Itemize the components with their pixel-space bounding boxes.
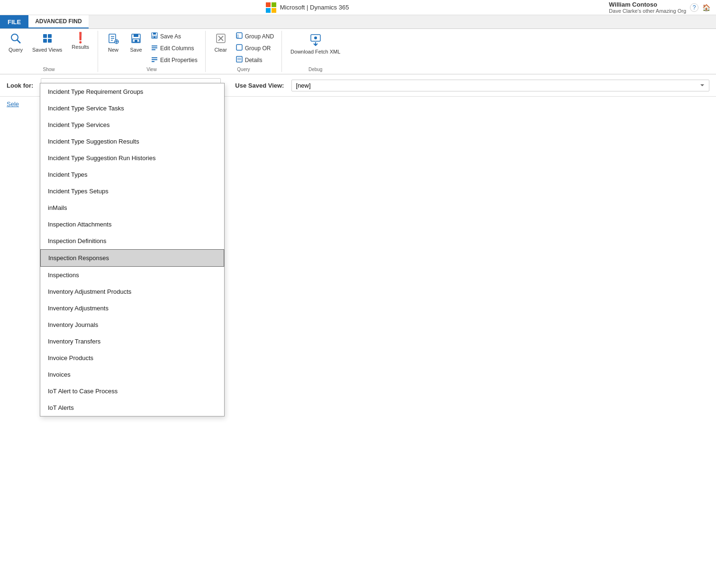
dropdown-item-inventory-journals[interactable]: Inventory Journals xyxy=(40,317,224,333)
svg-point-37 xyxy=(314,36,317,39)
top-bar-brand: Microsoft | Dynamics 365 xyxy=(266,2,349,13)
svg-rect-18 xyxy=(153,33,156,35)
svg-rect-21 xyxy=(152,45,157,46)
view-group-label: View xyxy=(146,65,157,72)
dropdown-item-incident-type-services[interactable]: Incident Type Services xyxy=(40,117,224,133)
dropdown-item-incident-type-req-groups[interactable]: Incident Type Requirement Groups xyxy=(40,83,224,100)
download-fetch-xml-button[interactable]: Download Fetch XML xyxy=(287,31,344,56)
download-icon xyxy=(309,33,322,48)
svg-point-0 xyxy=(11,34,18,41)
top-bar: Microsoft | Dynamics 365 William Contoso… xyxy=(0,0,716,15)
svg-rect-2 xyxy=(43,34,47,38)
org-name: Dave Clarke's other Amazing Org xyxy=(609,8,686,14)
dropdown-item-inspection-responses[interactable]: Inspection Responses xyxy=(40,249,224,267)
save-as-label: Save As xyxy=(160,33,181,40)
svg-rect-5 xyxy=(48,39,52,43)
use-saved-view-select[interactable]: [new] xyxy=(291,80,709,91)
svg-rect-25 xyxy=(152,59,157,60)
svg-rect-23 xyxy=(152,49,155,50)
edit-properties-label: Edit Properties xyxy=(160,57,198,63)
ribbon-group-query-buttons: Clear [] Group AND Group OR xyxy=(210,31,277,65)
use-saved-view-label: Use Saved View: xyxy=(235,82,284,89)
dropdown-item-inventory-adjustment-products[interactable]: Inventory Adjustment Products xyxy=(40,283,224,300)
dropdown-item-incident-types-setups[interactable]: Incident Types Setups xyxy=(40,183,224,199)
ribbon-group-show: Query Saved Views xyxy=(0,31,98,72)
ribbon-group-view-buttons: New Save xyxy=(103,31,200,65)
ribbon-content: Query Saved Views xyxy=(0,29,716,74)
dropdown-item-invoice-products[interactable]: Invoice Products xyxy=(40,350,224,366)
dropdown-overlay: Incident Type Requirement GroupsIncident… xyxy=(40,83,225,416)
clear-label: Clear xyxy=(215,47,227,53)
svg-rect-4 xyxy=(43,39,47,43)
save-button[interactable]: Save xyxy=(126,31,146,54)
save-label: Save xyxy=(130,47,142,53)
edit-columns-label: Edit Columns xyxy=(160,45,194,52)
results-button[interactable]: ❗ Results xyxy=(68,31,93,52)
group-or-icon xyxy=(236,44,243,52)
dropdown-item-inmails[interactable]: inMails xyxy=(40,199,224,216)
ribbon-group-debug: Download Fetch XML Debug xyxy=(282,31,349,72)
top-bar-user: William Contoso Dave Clarke's other Amaz… xyxy=(609,1,710,14)
select-button[interactable]: Sele xyxy=(7,100,19,108)
group-and-label: Group AND xyxy=(245,33,274,40)
clear-button[interactable]: Clear xyxy=(210,31,231,54)
group-or-label: Group OR xyxy=(245,45,271,52)
query-label: Query xyxy=(9,47,23,53)
edit-properties-button[interactable]: Edit Properties xyxy=(148,54,200,65)
saved-views-icon xyxy=(42,33,53,46)
svg-line-1 xyxy=(17,40,20,43)
settings-icon[interactable]: 🏠 xyxy=(702,4,710,11)
clear-icon xyxy=(215,33,227,46)
dropdown-item-inspection-attachments[interactable]: Inspection Attachments xyxy=(40,216,224,233)
view-small-buttons: Save As Edit Columns Edit Properties xyxy=(148,31,200,65)
edit-properties-icon xyxy=(151,56,158,64)
download-fetch-xml-label: Download Fetch XML xyxy=(290,49,340,54)
svg-rect-26 xyxy=(152,61,154,62)
dropdown-item-incident-type-service-tasks[interactable]: Incident Type Service Tasks xyxy=(40,100,224,117)
results-icon: ❗ xyxy=(74,33,87,43)
ribbon-group-debug-buttons: Download Fetch XML xyxy=(287,31,344,65)
dropdown-item-incident-type-suggestion-run-histories[interactable]: Incident Type Suggestion Run Histories xyxy=(40,150,224,166)
dropdown-item-inventory-transfers[interactable]: Inventory Transfers xyxy=(40,333,224,350)
dropdown-item-invoices[interactable]: Invoices xyxy=(40,366,224,383)
details-label: Details xyxy=(245,57,263,63)
ribbon: FILE ADVANCED FIND Query xyxy=(0,15,716,74)
save-as-icon xyxy=(151,32,158,40)
group-or-button[interactable]: Group OR xyxy=(233,43,277,54)
svg-rect-14 xyxy=(134,34,138,37)
new-button[interactable]: New xyxy=(103,31,124,54)
user-name: William Contoso xyxy=(609,1,686,8)
query-group-label: Query xyxy=(237,65,250,72)
svg-rect-16 xyxy=(135,40,137,42)
new-icon xyxy=(108,33,119,46)
dropdown-scroll-area[interactable]: Incident Type Requirement GroupsIncident… xyxy=(40,83,224,416)
svg-rect-33 xyxy=(236,56,242,62)
svg-rect-20 xyxy=(154,36,155,38)
ribbon-group-show-buttons: Query Saved Views xyxy=(5,31,93,65)
details-button[interactable]: Details xyxy=(233,54,277,65)
tab-advanced-find[interactable]: ADVANCED FIND xyxy=(28,15,88,28)
dropdown-item-inventory-adjustments[interactable]: Inventory Adjustments xyxy=(40,300,224,317)
query-small-buttons: [] Group AND Group OR Det xyxy=(233,31,277,65)
dropdown-item-iot-alerts[interactable]: IoT Alerts xyxy=(40,399,224,416)
edit-columns-button[interactable]: Edit Columns xyxy=(148,43,200,54)
ribbon-group-query: Clear [] Group AND Group OR xyxy=(206,31,282,72)
saved-views-button[interactable]: Saved Views xyxy=(28,31,66,54)
brand-text: Microsoft | Dynamics 365 xyxy=(280,4,349,11)
dropdown-item-incident-type-suggestion-results[interactable]: Incident Type Suggestion Results xyxy=(40,133,224,150)
svg-text:[]: [] xyxy=(237,34,239,38)
svg-rect-22 xyxy=(152,47,157,48)
ribbon-group-view: New Save xyxy=(98,31,206,72)
ribbon-tabs: FILE ADVANCED FIND xyxy=(0,15,716,29)
dropdown-item-iot-alert-to-case-process[interactable]: IoT Alert to Case Process xyxy=(40,383,224,399)
dropdown-item-inspections[interactable]: Inspections xyxy=(40,267,224,283)
dropdown-item-incident-types[interactable]: Incident Types xyxy=(40,166,224,183)
help-icon[interactable]: ? xyxy=(690,3,698,12)
tab-file[interactable]: FILE xyxy=(0,15,28,28)
debug-group-label: Debug xyxy=(308,65,322,72)
dropdown-item-inspection-definitions[interactable]: Inspection Definitions xyxy=(40,233,224,249)
group-and-button[interactable]: [] Group AND xyxy=(233,31,277,42)
query-button[interactable]: Query xyxy=(5,31,27,54)
save-as-button[interactable]: Save As xyxy=(148,31,200,42)
look-for-label: Look for: xyxy=(7,82,33,89)
